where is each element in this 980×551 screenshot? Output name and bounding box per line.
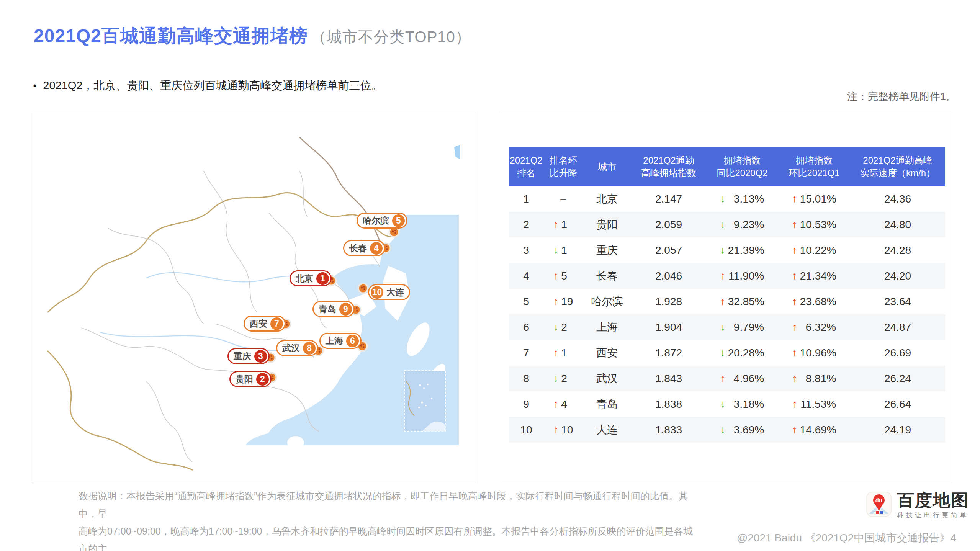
table-header-row: 2021Q2排名排名环比升降城市2021Q2通勤高峰拥堵指数拥堵指数同比2020… (509, 147, 945, 186)
cell-rank: 6 (509, 314, 544, 340)
baidu-maps-logo-icon: du (866, 492, 892, 517)
cell-yoy: ↑32.85% (706, 289, 778, 314)
page-title-suffix: （城市不分类TOP10） (311, 28, 471, 45)
down-arrow-icon: ↓ (720, 348, 725, 358)
marker-city-label: 上海 (326, 335, 343, 347)
up-arrow-icon: ↑ (792, 399, 798, 409)
down-arrow-icon: ↓ (720, 425, 726, 435)
map-marker-7: 西安7 (244, 316, 286, 332)
cell-congestion-index: 1.833 (631, 417, 706, 443)
hainan-island (287, 436, 304, 449)
map-marker-8: 武汉8 (276, 340, 318, 356)
marker-city-label: 西安 (250, 318, 267, 330)
column-header-2: 城市 (583, 147, 631, 186)
marker-rank-badge: 9 (339, 303, 352, 316)
cell-congestion-index: 2.057 (631, 237, 706, 263)
cell-yoy: ↓9.79% (706, 314, 778, 340)
table-row: 8↓2武汉1.843↑4.96%↑8.81%26.24 (509, 366, 945, 391)
map-marker-10: 10大连 (368, 284, 410, 300)
cell-speed: 23.64 (850, 289, 945, 314)
cell-speed: 24.87 (850, 314, 945, 340)
cell-qoq: ↑10.96% (778, 340, 850, 366)
marker-city-label: 长春 (349, 242, 367, 254)
cell-speed: 24.20 (850, 263, 945, 289)
marker-city-label: 武汉 (282, 342, 300, 354)
summary-line: ● 2021Q2，北京、贵阳、重庆位列百城通勤高峰交通拥堵榜单前三位。 (33, 78, 382, 93)
cell-rank-change: ↑4 (544, 391, 583, 417)
cell-qoq: ↑11.53% (778, 391, 850, 417)
down-arrow-icon: ↓ (720, 219, 726, 230)
cell-rank-change: ↓2 (544, 366, 583, 391)
china-map (31, 113, 475, 483)
cell-yoy: ↓3.18% (706, 391, 778, 417)
page-title: 2021Q2百城通勤高峰交通拥堵榜（城市不分类TOP10） (34, 24, 471, 48)
column-header-5: 拥堵指数环比2021Q1 (778, 147, 850, 186)
up-arrow-icon: ↑ (792, 219, 797, 230)
cell-qoq: ↑21.34% (778, 263, 850, 289)
map-marker-1: 北京1 (290, 270, 332, 286)
marker-city-label: 青岛 (319, 303, 336, 315)
cell-qoq: ↑8.81% (778, 366, 850, 391)
cell-speed: 26.64 (850, 391, 945, 417)
map-marker-5: 哈尔滨5 (357, 213, 407, 229)
column-header-4: 拥堵指数同比2020Q2 (706, 147, 778, 186)
up-arrow-icon: ↑ (553, 296, 559, 307)
cell-rank: 2 (509, 212, 544, 237)
up-arrow-icon: ↑ (792, 271, 797, 281)
data-note: 数据说明：本报告采用“通勤高峰拥堵指数”作为表征城市交通拥堵状况的指标，即工作日… (79, 487, 695, 551)
cell-rank-change: ↑1 (544, 340, 583, 366)
cell-city: 重庆 (583, 237, 631, 263)
attachment-note: 注：完整榜单见附件1。 (847, 90, 956, 103)
cell-speed: 24.36 (850, 186, 945, 212)
cell-qoq: ↑6.32% (778, 314, 850, 340)
up-arrow-icon: ↑ (792, 373, 798, 384)
table-row: 2↑1贵阳2.059↓9.23%↑10.53%24.80 (509, 212, 945, 237)
cell-speed: 24.80 (850, 212, 945, 237)
down-arrow-icon: ↓ (720, 194, 726, 204)
cell-rank: 9 (509, 391, 544, 417)
cell-yoy: ↑11.90% (706, 263, 778, 289)
cell-rank-change: ↑5 (544, 263, 583, 289)
cell-congestion-index: 1.872 (631, 340, 706, 366)
cell-speed: 24.28 (850, 237, 945, 263)
table-row: 7↑1西安1.872↓20.28%↑10.96%26.69 (509, 340, 945, 366)
cell-yoy: ↓20.28% (706, 340, 778, 366)
cell-city: 哈尔滨 (583, 289, 631, 314)
sea-patch-ne (454, 145, 460, 159)
cell-rank-change: ↑19 (544, 289, 583, 314)
ranking-table-panel: 2021Q2排名排名环比升降城市2021Q2通勤高峰拥堵指数拥堵指数同比2020… (502, 113, 952, 483)
table-header: 2021Q2排名排名环比升降城市2021Q2通勤高峰拥堵指数拥堵指数同比2020… (509, 147, 945, 186)
cell-rank: 3 (509, 237, 544, 263)
up-arrow-icon: ↑ (792, 322, 798, 332)
ranking-table: 2021Q2排名排名环比升降城市2021Q2通勤高峰拥堵指数拥堵指数同比2020… (509, 147, 945, 443)
up-arrow-icon: ↑ (720, 373, 726, 384)
map-marker-3: 重庆3 (227, 348, 270, 364)
table-row: 5↑19哈尔滨1.928↑32.85%↑23.68%23.64 (509, 289, 945, 314)
table-row: 4↑5长春2.046↑11.90%↑21.34%24.20 (509, 263, 945, 289)
up-arrow-icon: ↑ (792, 245, 797, 255)
cell-rank-change: ↑1 (544, 212, 583, 237)
marker-rank-badge: 2 (256, 373, 269, 386)
table-row: 3↓1重庆2.057↓21.39%↑10.22%24.28 (509, 237, 945, 263)
data-note-line2: 高峰为07:00~09:00，晚高峰为17:00~19:00，乌鲁木齐和拉萨的早… (79, 522, 695, 551)
cell-speed: 26.24 (850, 366, 945, 391)
cell-yoy: ↓9.23% (706, 212, 778, 237)
logo-pin-text: du (875, 497, 882, 504)
marker-rank-badge: 6 (346, 335, 359, 347)
report-page: 2021Q2百城通勤高峰交通拥堵榜（城市不分类TOP10） ● 2021Q2，北… (0, 0, 980, 551)
up-arrow-icon: ↑ (553, 219, 559, 230)
summary-text: 2021Q2，北京、贵阳、重庆位列百城通勤高峰交通拥堵榜单前三位。 (43, 78, 382, 93)
cell-city: 长春 (583, 263, 631, 289)
cell-city: 大连 (583, 417, 631, 443)
baidu-maps-logo: du 百度地图 科技让出行更简单 (866, 492, 969, 520)
cell-rank-change: ↓1 (544, 237, 583, 263)
down-arrow-icon: ↓ (553, 245, 559, 255)
cell-city: 青岛 (583, 391, 631, 417)
map-marker-4: 长春4 (343, 240, 385, 256)
cell-congestion-index: 2.059 (631, 212, 706, 237)
marker-rank-badge: 3 (254, 350, 267, 363)
map-marker-9: 青岛9 (312, 301, 355, 317)
city-dot-icon (358, 283, 369, 294)
cell-speed: 24.19 (850, 417, 945, 443)
cell-yoy: ↓3.69% (706, 417, 778, 443)
